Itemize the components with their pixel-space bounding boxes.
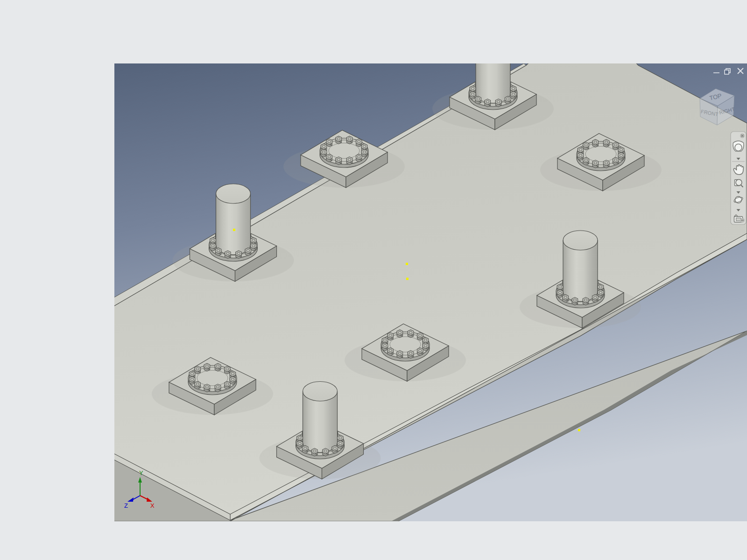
svg-text:Z: Z [124, 502, 128, 509]
svg-text:Y: Y [139, 469, 143, 476]
svg-text:X: X [150, 502, 155, 509]
